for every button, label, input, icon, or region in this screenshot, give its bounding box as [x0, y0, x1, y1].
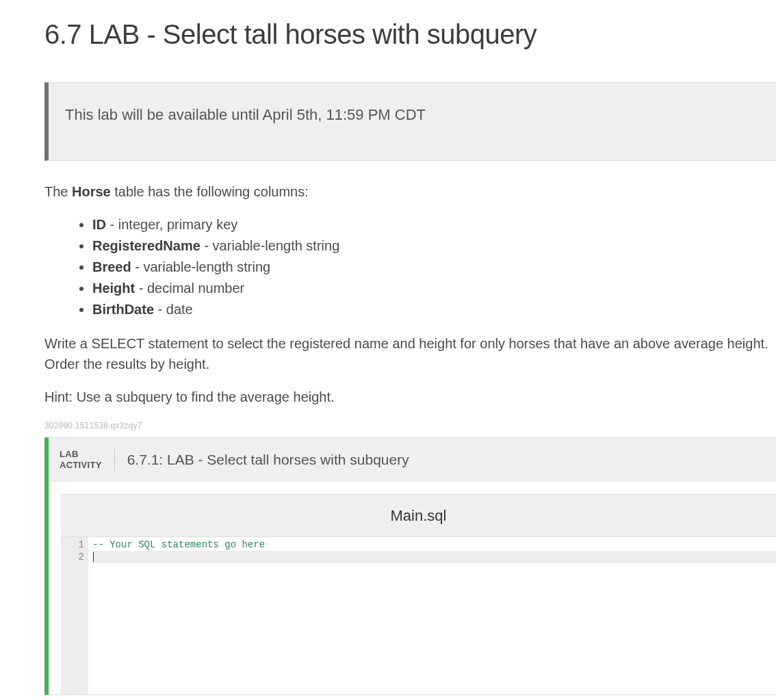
col-desc: - integer, primary key — [106, 217, 237, 232]
col-name: Breed — [92, 259, 131, 274]
list-item: RegisteredName - variable-length string — [92, 235, 776, 256]
lab-header: LAB ACTIVITY 6.7.1: LAB - Select tall ho… — [49, 438, 776, 482]
col-desc: - variable-length string — [201, 238, 339, 253]
list-item: Breed - variable-length string — [92, 257, 776, 277]
editor-code-area[interactable]: -- Your SQL statements go here — [88, 537, 776, 695]
col-name: ID — [92, 217, 106, 232]
intro-paragraph: The Horse table has the following column… — [44, 181, 776, 202]
col-name: Height — [92, 281, 135, 296]
col-name: BirthDate — [92, 302, 154, 317]
list-item: BirthDate - date — [92, 299, 776, 320]
code-line[interactable] — [92, 551, 776, 563]
lab-label-line1: LAB — [60, 449, 79, 459]
content-id: 302990.1511538.qx3zqy7 — [44, 419, 776, 432]
intro-suffix: table has the following columns: — [111, 184, 309, 199]
lab-activity-box: LAB ACTIVITY 6.7.1: LAB - Select tall ho… — [44, 437, 776, 695]
col-name: RegisteredName — [92, 238, 201, 253]
availability-notice: This lab will be available until April 5… — [44, 82, 776, 161]
lab-activity-title: 6.7.1: LAB - Select tall horses with sub… — [115, 449, 409, 471]
code-comment: -- Your SQL statements go here — [92, 539, 265, 550]
list-item: ID - integer, primary key — [92, 214, 776, 235]
table-name: Horse — [72, 184, 111, 199]
line-number: 2 — [65, 551, 84, 563]
col-desc: - variable-length string — [131, 259, 270, 274]
intro-prefix: The — [44, 184, 72, 199]
code-editor[interactable]: 1 2 -- Your SQL statements go here — [61, 537, 776, 695]
lab-label-line2: ACTIVITY — [60, 460, 102, 470]
instruction-paragraph: Write a SELECT statement to select the r… — [44, 333, 776, 374]
columns-list: ID - integer, primary key RegisteredName… — [44, 214, 776, 320]
page-title: 6.7 LAB - Select tall horses with subque… — [44, 14, 776, 55]
line-number: 1 — [65, 539, 84, 551]
editor-gutter: 1 2 — [61, 537, 88, 695]
lab-label: LAB ACTIVITY — [60, 449, 115, 471]
text-cursor — [93, 552, 94, 562]
lab-body: Main.sql 1 2 -- Your SQL statements go h… — [49, 482, 776, 695]
list-item: Height - decimal number — [92, 278, 776, 298]
col-desc: - date — [154, 302, 193, 317]
file-tab[interactable]: Main.sql — [61, 494, 776, 537]
hint-paragraph: Hint: Use a subquery to find the average… — [44, 387, 776, 407]
code-line[interactable]: -- Your SQL statements go here — [92, 539, 776, 551]
col-desc: - decimal number — [135, 281, 244, 296]
